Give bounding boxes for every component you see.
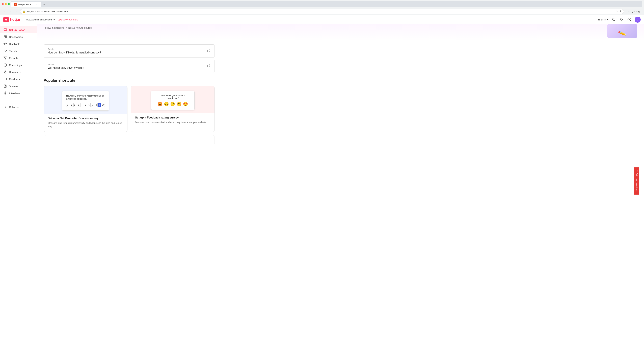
top-partial-text: Follow instructions in this 15-minute co… bbox=[44, 24, 604, 31]
article-label-1: Article bbox=[48, 48, 101, 50]
tab-close-btn[interactable]: ✕ bbox=[36, 3, 38, 6]
address-bar[interactable]: 🔒 insights.hotjar.com/sites/3818347/over… bbox=[20, 9, 624, 14]
hotjar-flame-icon bbox=[4, 18, 8, 21]
profile-btn[interactable]: Incognito (2) bbox=[631, 9, 636, 14]
hotjar-logo: hotjar bbox=[3, 17, 20, 22]
nps-preview: How likely are you to recommend us to a … bbox=[44, 86, 127, 114]
sidebar-item-funnels[interactable]: Funnels bbox=[0, 54, 37, 61]
nps-10[interactable]: 10 bbox=[102, 103, 105, 107]
sidebar-label-interviews: Interviews bbox=[9, 92, 20, 95]
extensions-icon: ⧉ bbox=[627, 10, 628, 13]
nps-2[interactable]: 2 bbox=[74, 103, 76, 107]
feedback-card-body: Set up a Feedback rating survey Discover… bbox=[131, 113, 214, 128]
sidebar-item-trends[interactable]: Trends bbox=[0, 47, 37, 54]
feedback-question: How would you rate your experience? bbox=[156, 94, 190, 99]
svg-point-0 bbox=[612, 18, 613, 19]
team-icon-btn[interactable] bbox=[610, 17, 616, 22]
window-maximize[interactable] bbox=[8, 3, 10, 5]
sidebar-item-surveys[interactable]: Surveys bbox=[0, 83, 37, 90]
nps-3[interactable]: 3 bbox=[77, 103, 80, 107]
content-inner: Article How do I know if Hotjar is insta… bbox=[37, 40, 221, 149]
feedback-card-title: Set up a Feedback rating survey bbox=[135, 116, 210, 119]
sidebar-item-highlights[interactable]: Highlights bbox=[0, 40, 37, 47]
browser-toolbar-right: ⧉ Incognito (2) ⋮ bbox=[625, 9, 642, 14]
add-user-icon-btn[interactable] bbox=[618, 17, 624, 22]
nps-shortcut-card[interactable]: How likely are you to recommend us to a … bbox=[44, 86, 128, 132]
feedback-shortcut-card[interactable]: How would you rate your experience? 😡 😞 … bbox=[131, 86, 215, 132]
sidebar-item-interviews[interactable]: Interviews bbox=[0, 90, 37, 97]
site-selector[interactable]: https://admin.shopify.com ▾ bbox=[24, 17, 56, 22]
sidebar-item-setup[interactable]: Set up Hotjar bbox=[0, 26, 37, 33]
sidebar-item-feedback[interactable]: Feedback bbox=[0, 76, 37, 83]
funnels-icon bbox=[3, 56, 7, 60]
nps-0[interactable]: 0 bbox=[66, 103, 69, 107]
nps-1[interactable]: 1 bbox=[70, 103, 72, 107]
upgrade-link[interactable]: Upgrade your plans bbox=[58, 18, 78, 21]
article-card-2[interactable]: Article Will Hotjar slow down my site? bbox=[44, 60, 215, 73]
sidebar-item-heatmaps[interactable]: Heatmaps bbox=[0, 68, 37, 76]
external-link-icon-1 bbox=[207, 49, 210, 53]
shortcuts-heading: Popular shortcuts bbox=[44, 78, 215, 83]
svg-rect-12 bbox=[4, 37, 5, 38]
svg-line-23 bbox=[208, 65, 210, 66]
sidebar-collapse-btn[interactable]: Collapse bbox=[0, 103, 37, 110]
back-btn[interactable]: ← bbox=[2, 9, 7, 14]
setup-icon bbox=[3, 28, 7, 32]
hotjar-logo-icon bbox=[3, 17, 9, 22]
svg-marker-14 bbox=[4, 57, 7, 59]
dashboards-icon bbox=[3, 35, 7, 39]
sidebar-item-recordings[interactable]: Recordings bbox=[0, 61, 37, 68]
topbar-right: English ▾ U bbox=[598, 16, 641, 23]
forward-icon: → bbox=[9, 10, 12, 13]
browser-tab-active[interactable]: H Setup - Hotjar ✕ bbox=[11, 2, 41, 7]
nps-4[interactable]: 4 bbox=[80, 103, 83, 107]
nps-6[interactable]: 6 bbox=[88, 103, 90, 107]
sidebar-label-setup: Set up Hotjar bbox=[9, 28, 25, 31]
window-close[interactable] bbox=[2, 3, 4, 5]
course-illustration: ✏️ bbox=[607, 24, 637, 38]
new-tab-btn[interactable]: + bbox=[42, 2, 46, 7]
svg-rect-9 bbox=[4, 36, 5, 37]
feedback-preview: How would you rate your experience? 😡 😞 … bbox=[131, 86, 214, 113]
sidebar-item-dashboards[interactable]: Dashboards bbox=[0, 33, 37, 40]
tab-favicon: H bbox=[14, 3, 16, 6]
download-icon[interactable]: ⬇ bbox=[619, 10, 621, 13]
sidebar-label-dashboards: Dashboards bbox=[9, 35, 23, 38]
nps-9[interactable]: 9 bbox=[98, 103, 101, 107]
window-minimize[interactable] bbox=[5, 3, 7, 5]
browser-nav-bar: ← → ↻ 🔒 insights.hotjar.com/sites/381834… bbox=[0, 8, 644, 15]
sidebar-label-recordings: Recordings bbox=[9, 64, 22, 66]
lang-selector[interactable]: English ▾ bbox=[598, 18, 608, 21]
emoji-happy: 😊 bbox=[176, 102, 182, 106]
nps-5[interactable]: 5 bbox=[84, 103, 87, 107]
article-content-1: Article How do I know if Hotjar is insta… bbox=[48, 48, 101, 54]
browser-title-bar: H Setup - Hotjar ✕ + bbox=[0, 0, 644, 8]
reload-btn[interactable]: ↻ bbox=[14, 9, 19, 14]
feedback-icon bbox=[3, 77, 7, 81]
nps-7[interactable]: 7 bbox=[91, 103, 94, 107]
third-shortcut-card[interactable] bbox=[44, 135, 215, 145]
menu-btn[interactable]: ⋮ bbox=[637, 9, 642, 14]
highlights-icon bbox=[3, 42, 7, 46]
lang-dropdown-icon: ▾ bbox=[606, 18, 608, 21]
hotjar-logo-text: hotjar bbox=[10, 17, 20, 22]
svg-marker-16 bbox=[5, 64, 6, 66]
user-avatar[interactable]: U bbox=[634, 16, 641, 23]
svg-marker-13 bbox=[4, 42, 7, 45]
lang-label: English bbox=[598, 18, 606, 21]
heatmaps-icon bbox=[3, 70, 7, 74]
rate-experience-tab[interactable]: ❤ Rate your experience bbox=[634, 167, 639, 195]
bookmark-icon[interactable]: ☆ bbox=[616, 10, 618, 13]
nps-widget: How likely are you to recommend us to a … bbox=[62, 91, 109, 111]
svg-point-1 bbox=[620, 18, 621, 19]
nps-8[interactable]: 8 bbox=[95, 103, 98, 107]
nps-card-desc: Measure long-term customer loyalty and h… bbox=[48, 121, 123, 128]
forward-btn[interactable]: → bbox=[8, 9, 13, 14]
collapse-icon bbox=[3, 105, 7, 109]
help-icon-btn[interactable] bbox=[626, 17, 632, 22]
article-card-1[interactable]: Article How do I know if Hotjar is insta… bbox=[44, 44, 215, 58]
surveys-icon bbox=[3, 84, 7, 88]
svg-point-17 bbox=[5, 71, 6, 72]
site-dropdown-icon: ▾ bbox=[54, 18, 55, 21]
trends-icon bbox=[3, 49, 7, 53]
